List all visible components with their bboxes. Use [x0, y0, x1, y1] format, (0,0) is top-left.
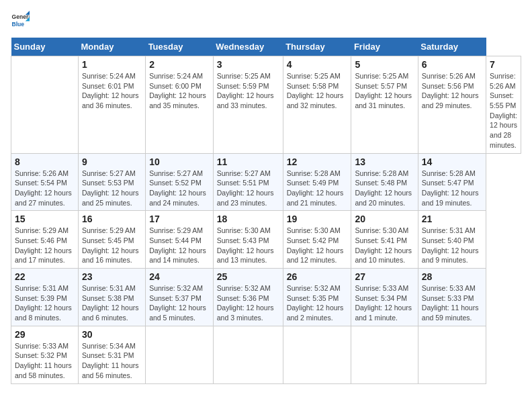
day-number: 14: [422, 156, 482, 167]
day-info: Sunrise: 5:27 AMSunset: 5:51 PMDaylight:…: [217, 169, 279, 208]
calendar-cell: [283, 326, 351, 383]
day-info: Sunrise: 5:27 AMSunset: 5:53 PMDaylight:…: [82, 169, 142, 208]
day-number: 7: [490, 59, 517, 70]
day-info: Sunrise: 5:26 AMSunset: 5:56 PMDaylight:…: [422, 71, 482, 111]
day-info: Sunrise: 5:29 AMSunset: 5:46 PMDaylight:…: [15, 226, 75, 265]
day-number: 11: [217, 156, 279, 167]
day-info: Sunrise: 5:32 AMSunset: 5:36 PMDaylight:…: [217, 283, 279, 323]
calendar-cell: [213, 326, 283, 383]
calendar-cell: 12Sunrise: 5:28 AMSunset: 5:49 PMDayligh…: [283, 153, 351, 211]
calendar-cell: 1Sunrise: 5:24 AMSunset: 6:01 PMDaylight…: [78, 56, 145, 154]
calendar-cell: 18Sunrise: 5:30 AMSunset: 5:43 PMDayligh…: [213, 211, 283, 269]
day-info: Sunrise: 5:29 AMSunset: 5:45 PMDaylight:…: [82, 226, 142, 265]
day-info: Sunrise: 5:33 AMSunset: 5:33 PMDaylight:…: [422, 283, 482, 323]
day-info: Sunrise: 5:25 AMSunset: 5:59 PMDaylight:…: [217, 71, 279, 111]
calendar-cell: 20Sunrise: 5:30 AMSunset: 5:41 PMDayligh…: [351, 211, 418, 269]
day-info: Sunrise: 5:33 AMSunset: 5:32 PMDaylight:…: [15, 341, 75, 381]
logo-icon: General Blue: [11, 11, 30, 30]
day-info: Sunrise: 5:28 AMSunset: 5:47 PMDaylight:…: [422, 169, 482, 208]
day-number: 19: [287, 214, 348, 224]
day-number: 26: [287, 271, 348, 282]
calendar-cell: [146, 326, 214, 383]
page-header: General Blue: [11, 11, 521, 30]
calendar-cell: 22Sunrise: 5:31 AMSunset: 5:39 PMDayligh…: [11, 269, 79, 326]
calendar-cell: 24Sunrise: 5:32 AMSunset: 5:37 PMDayligh…: [146, 269, 214, 326]
week-row-5: 29Sunrise: 5:33 AMSunset: 5:32 PMDayligh…: [11, 326, 521, 383]
day-number: 9: [82, 156, 142, 167]
day-number: 20: [355, 214, 414, 224]
calendar-cell: 19Sunrise: 5:30 AMSunset: 5:42 PMDayligh…: [283, 211, 351, 269]
day-number: 17: [149, 214, 210, 224]
col-header-wednesday: Wednesday: [213, 38, 283, 56]
week-row-3: 15Sunrise: 5:29 AMSunset: 5:46 PMDayligh…: [11, 211, 521, 269]
calendar-cell: [11, 56, 79, 154]
calendar-cell: 6Sunrise: 5:26 AMSunset: 5:56 PMDaylight…: [418, 56, 486, 154]
calendar-cell: [418, 326, 486, 383]
day-number: 21: [422, 214, 482, 224]
day-info: Sunrise: 5:24 AMSunset: 6:01 PMDaylight:…: [82, 71, 142, 111]
day-number: 24: [149, 271, 210, 282]
logo: General Blue: [11, 11, 32, 30]
day-number: 16: [82, 214, 142, 224]
day-number: 30: [82, 329, 142, 340]
day-info: Sunrise: 5:28 AMSunset: 5:48 PMDaylight:…: [355, 169, 414, 208]
day-number: 3: [217, 59, 279, 70]
week-row-4: 22Sunrise: 5:31 AMSunset: 5:39 PMDayligh…: [11, 269, 521, 326]
day-info: Sunrise: 5:30 AMSunset: 5:43 PMDaylight:…: [217, 226, 279, 265]
day-number: 23: [82, 271, 142, 282]
calendar-cell: 26Sunrise: 5:32 AMSunset: 5:35 PMDayligh…: [283, 269, 351, 326]
day-number: 15: [15, 214, 75, 224]
day-number: 6: [422, 59, 482, 70]
svg-text:Blue: Blue: [12, 21, 25, 28]
day-number: 25: [217, 271, 279, 282]
calendar-cell: 11Sunrise: 5:27 AMSunset: 5:51 PMDayligh…: [213, 153, 283, 211]
calendar-table: SundayMondayTuesdayWednesdayThursdayFrid…: [11, 38, 521, 384]
day-info: Sunrise: 5:28 AMSunset: 5:49 PMDaylight:…: [287, 169, 348, 208]
calendar-cell: 4Sunrise: 5:25 AMSunset: 5:58 PMDaylight…: [283, 56, 351, 154]
day-info: Sunrise: 5:34 AMSunset: 5:31 PMDaylight:…: [82, 341, 142, 381]
day-info: Sunrise: 5:29 AMSunset: 5:44 PMDaylight:…: [149, 226, 210, 265]
col-header-saturday: Saturday: [418, 38, 486, 56]
day-info: Sunrise: 5:31 AMSunset: 5:39 PMDaylight:…: [15, 283, 75, 323]
day-info: Sunrise: 5:25 AMSunset: 5:57 PMDaylight:…: [355, 71, 414, 111]
col-header-thursday: Thursday: [283, 38, 351, 56]
day-info: Sunrise: 5:31 AMSunset: 5:40 PMDaylight:…: [422, 226, 482, 265]
day-info: Sunrise: 5:24 AMSunset: 6:00 PMDaylight:…: [149, 71, 210, 111]
day-number: 5: [355, 59, 414, 70]
day-number: 27: [355, 271, 414, 282]
calendar-cell: 2Sunrise: 5:24 AMSunset: 6:00 PMDaylight…: [146, 56, 214, 154]
week-row-2: 8Sunrise: 5:26 AMSunset: 5:54 PMDaylight…: [11, 153, 521, 211]
day-number: 18: [217, 214, 279, 224]
calendar-cell: 28Sunrise: 5:33 AMSunset: 5:33 PMDayligh…: [418, 269, 486, 326]
calendar-cell: 3Sunrise: 5:25 AMSunset: 5:59 PMDaylight…: [213, 56, 283, 154]
calendar-cell: 16Sunrise: 5:29 AMSunset: 5:45 PMDayligh…: [78, 211, 145, 269]
calendar-cell: 29Sunrise: 5:33 AMSunset: 5:32 PMDayligh…: [11, 326, 79, 383]
calendar-cell: 8Sunrise: 5:26 AMSunset: 5:54 PMDaylight…: [11, 153, 79, 211]
calendar-cell: 21Sunrise: 5:31 AMSunset: 5:40 PMDayligh…: [418, 211, 486, 269]
week-row-1: 1Sunrise: 5:24 AMSunset: 6:01 PMDaylight…: [11, 56, 521, 154]
day-info: Sunrise: 5:31 AMSunset: 5:38 PMDaylight:…: [82, 283, 142, 323]
calendar-cell: [351, 326, 418, 383]
day-info: Sunrise: 5:30 AMSunset: 5:42 PMDaylight:…: [287, 226, 348, 265]
day-info: Sunrise: 5:25 AMSunset: 5:58 PMDaylight:…: [287, 71, 348, 111]
day-info: Sunrise: 5:30 AMSunset: 5:41 PMDaylight:…: [355, 226, 414, 265]
day-number: 2: [149, 59, 210, 70]
day-number: 8: [15, 156, 75, 167]
col-header-tuesday: Tuesday: [146, 38, 214, 56]
day-info: Sunrise: 5:26 AMSunset: 5:55 PMDaylight:…: [490, 71, 517, 150]
day-number: 4: [287, 59, 348, 70]
col-header-sunday: Sunday: [11, 38, 79, 56]
col-header-monday: Monday: [78, 38, 145, 56]
calendar-cell: 9Sunrise: 5:27 AMSunset: 5:53 PMDaylight…: [78, 153, 145, 211]
day-number: 10: [149, 156, 210, 167]
day-info: Sunrise: 5:26 AMSunset: 5:54 PMDaylight:…: [15, 169, 75, 208]
day-info: Sunrise: 5:32 AMSunset: 5:35 PMDaylight:…: [287, 283, 348, 323]
day-number: 22: [15, 271, 75, 282]
calendar-cell: 13Sunrise: 5:28 AMSunset: 5:48 PMDayligh…: [351, 153, 418, 211]
calendar-header-row: SundayMondayTuesdayWednesdayThursdayFrid…: [11, 38, 521, 56]
col-header-friday: Friday: [351, 38, 418, 56]
calendar-cell: 15Sunrise: 5:29 AMSunset: 5:46 PMDayligh…: [11, 211, 79, 269]
calendar-cell: 25Sunrise: 5:32 AMSunset: 5:36 PMDayligh…: [213, 269, 283, 326]
day-info: Sunrise: 5:27 AMSunset: 5:52 PMDaylight:…: [149, 169, 210, 208]
calendar-cell: 10Sunrise: 5:27 AMSunset: 5:52 PMDayligh…: [146, 153, 214, 211]
